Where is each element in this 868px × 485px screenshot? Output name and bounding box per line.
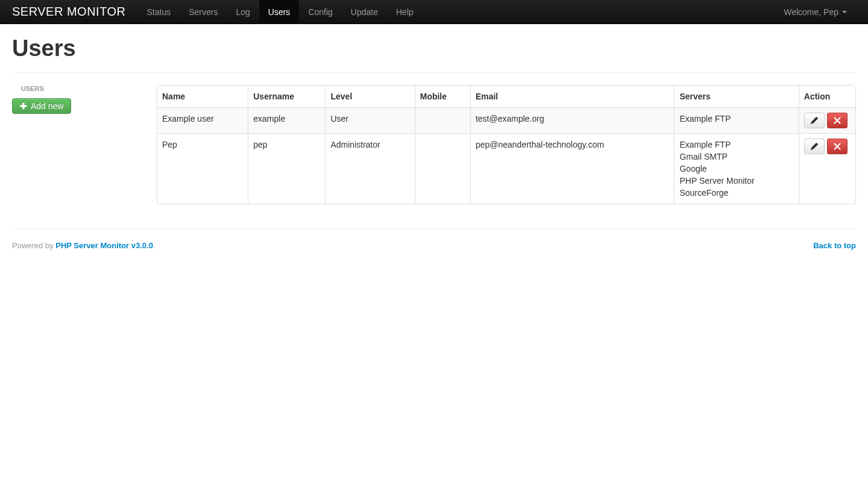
add-new-label: Add new	[31, 101, 63, 111]
pencil-icon	[811, 143, 818, 150]
th-level: Level	[325, 86, 414, 107]
chevron-down-icon	[842, 11, 847, 13]
plus-icon: ✚	[20, 101, 27, 111]
nav-item-servers[interactable]: Servers	[180, 0, 227, 24]
delete-button[interactable]	[827, 113, 848, 128]
nav-item-status[interactable]: Status	[138, 0, 180, 24]
delete-button[interactable]	[827, 139, 848, 154]
table-row: Pep pep Administrator pep@neanderthal-te…	[157, 133, 855, 204]
cell-name: Example user	[157, 107, 248, 133]
cell-servers: Example FTP	[674, 107, 798, 133]
sidebar-header: USERS	[12, 85, 145, 92]
user-menu[interactable]: Welcome, Pep	[775, 1, 856, 23]
nav-item-config[interactable]: Config	[299, 0, 341, 24]
th-action: Action	[799, 86, 855, 107]
cell-level: User	[325, 107, 414, 133]
th-servers: Servers	[674, 86, 798, 107]
sidebar: USERS ✚ Add new	[12, 85, 145, 204]
edit-button[interactable]	[804, 113, 825, 128]
th-email: Email	[470, 86, 675, 107]
close-icon	[834, 143, 841, 150]
table-header-row: Name Username Level Mobile Email Servers…	[157, 86, 855, 107]
cell-name: Pep	[157, 133, 248, 204]
close-icon	[834, 117, 841, 124]
nav-item-log[interactable]: Log	[227, 0, 259, 24]
nav-item-users[interactable]: Users	[259, 0, 300, 24]
navbar: SERVER MONITOR Status Servers Log Users …	[0, 0, 868, 24]
pencil-icon	[811, 117, 818, 124]
cell-mobile	[415, 107, 470, 133]
th-name: Name	[157, 86, 248, 107]
table-row: Example user example User test@example.o…	[157, 107, 855, 133]
page-title: Users	[12, 36, 856, 60]
nav-item-help[interactable]: Help	[387, 0, 423, 24]
nav-item-update[interactable]: Update	[342, 0, 387, 24]
cell-servers: Example FTP Gmail SMTP Google PHP Server…	[674, 133, 798, 204]
cell-action	[799, 133, 855, 204]
cell-email: pep@neanderthal-technology.com	[470, 133, 675, 204]
edit-button[interactable]	[804, 139, 825, 154]
th-mobile: Mobile	[415, 86, 470, 107]
footer-link[interactable]: PHP Server Monitor v3.0.0	[55, 241, 153, 250]
cell-username: pep	[248, 133, 325, 204]
users-table: Name Username Level Mobile Email Servers…	[157, 85, 856, 204]
cell-level: Administrator	[325, 133, 414, 204]
add-new-button[interactable]: ✚ Add new	[12, 98, 71, 114]
cell-username: example	[248, 107, 325, 133]
main-content: Name Username Level Mobile Email Servers…	[157, 85, 856, 204]
footer-credit: Powered by PHP Server Monitor v3.0.0.	[12, 241, 156, 250]
cell-action	[799, 107, 855, 133]
cell-email: test@example.org	[470, 107, 675, 133]
welcome-text: Welcome, Pep	[784, 7, 838, 17]
nav-right: Welcome, Pep	[775, 1, 856, 23]
nav-menu: Status Servers Log Users Config Update H…	[138, 0, 775, 24]
footer: Powered by PHP Server Monitor v3.0.0. Ba…	[12, 228, 856, 250]
th-username: Username	[248, 86, 325, 107]
divider	[12, 72, 856, 73]
back-to-top-link[interactable]: Back to top	[813, 241, 856, 250]
brand[interactable]: SERVER MONITOR	[12, 5, 126, 19]
cell-mobile	[415, 133, 470, 204]
